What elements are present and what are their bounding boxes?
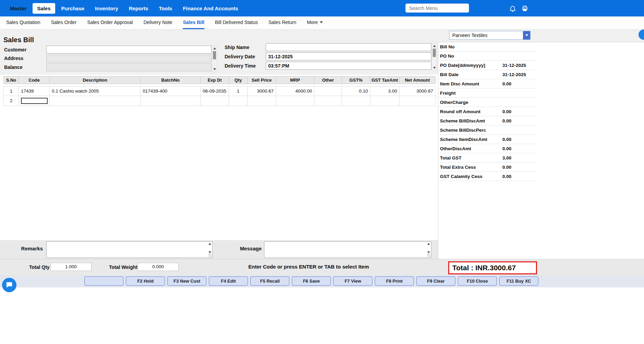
scrollbar-thumb[interactable] — [213, 51, 216, 59]
cell-mrp[interactable]: 4000.00 — [276, 86, 314, 96]
fn-button-blank[interactable] — [84, 276, 123, 286]
ship-name-input[interactable] — [266, 43, 431, 51]
cell-net-amount[interactable]: 3000.67 — [399, 86, 436, 96]
cell-sell-price[interactable] — [248, 96, 276, 106]
cell-code[interactable]: 17439 — [19, 86, 50, 96]
notifications-bell-icon[interactable] — [508, 4, 517, 13]
customer-block-scrollbar[interactable] — [212, 46, 217, 72]
summary-label: Scheme ItemDiscAmt — [438, 137, 502, 142]
cell-other[interactable] — [314, 86, 342, 96]
cell-exp-dt[interactable] — [201, 96, 229, 106]
company-select[interactable]: Parveen Textiles — [449, 31, 530, 40]
summary-value-scheme-itemdiscamt[interactable]: 0.00 — [502, 137, 537, 142]
scroll-up-icon[interactable] — [213, 47, 216, 49]
sub-nav-item-label: Sales Order — [51, 20, 77, 25]
fn-button-f9-clear[interactable]: F9 Clear — [416, 276, 455, 286]
fn-button-f4-edit[interactable]: F4 Edit — [209, 276, 248, 286]
summary-label: Scheme BillDiscPerc — [438, 128, 502, 133]
scroll-down-icon[interactable] — [427, 251, 430, 253]
message-textarea[interactable] — [264, 242, 431, 258]
cell-qty[interactable]: 1 — [229, 86, 248, 96]
delivery-time-input[interactable] — [266, 62, 431, 70]
sub-nav-item-delivery-note[interactable]: Delivery Note — [143, 16, 172, 29]
scroll-down-icon[interactable] — [208, 251, 211, 253]
ship-block-scrollbar[interactable] — [432, 43, 437, 71]
summary-value-total-gst[interactable]: 3.00 — [502, 155, 537, 161]
cell-s-no[interactable]: 2 — [3, 96, 19, 106]
chat-fab[interactable] — [2, 278, 16, 292]
summary-label: Round off Amount — [438, 109, 502, 114]
cell-exp-dt[interactable]: 06-09-2035 — [201, 86, 229, 96]
sub-nav-item-sales-order-approval[interactable]: Sales Order Approval — [87, 16, 133, 29]
scroll-up-icon[interactable] — [427, 243, 430, 245]
customer-input[interactable] — [46, 46, 212, 54]
customer-label: Customer — [4, 47, 26, 52]
fn-button-f8-print[interactable]: F8 Print — [375, 276, 414, 286]
remarks-textarea[interactable] — [47, 242, 212, 258]
fn-button-f3-new-cust[interactable]: F3 New Cust — [167, 276, 206, 286]
fn-button-f10-close[interactable]: F10 Close — [458, 276, 497, 286]
sub-nav-item-sales-return[interactable]: Sales Return — [269, 16, 296, 29]
summary-value-round-off-amount[interactable]: 0.00 — [502, 109, 537, 114]
fn-button-f6-save[interactable]: F6 Save — [292, 276, 331, 286]
summary-value-gst-calamity-cess[interactable]: 0.00 — [502, 174, 537, 179]
top-nav-item-reports[interactable]: Reports — [124, 3, 153, 14]
summary-value-bill-date[interactable]: 31-12-2025 — [502, 72, 537, 77]
summary-row-freight: Freight — [438, 88, 537, 98]
summary-value-item-disc-amount[interactable]: 0.00 — [502, 81, 537, 86]
scrollbar-thumb[interactable] — [433, 49, 436, 57]
summary-value-otherdiscamt[interactable]: 0.00 — [502, 146, 537, 151]
summary-row-bill-date: Bill Date31-12-2025 — [438, 70, 537, 79]
cell-description[interactable] — [50, 96, 141, 106]
chevron-down-icon[interactable] — [523, 31, 530, 39]
summary-value-scheme-billdiscamt[interactable]: 0.00 — [502, 118, 537, 123]
cell-mrp[interactable] — [276, 96, 314, 106]
top-nav-item-purchase[interactable]: Purchase — [57, 3, 89, 14]
sub-nav-item-bill-delivered-status[interactable]: Bill Delivered Status — [215, 16, 258, 29]
scroll-up-icon[interactable] — [433, 45, 436, 47]
scroll-down-icon[interactable] — [433, 67, 436, 69]
sub-nav-item-sales-bill[interactable]: Sales Bill — [183, 16, 204, 29]
delivery-date-input[interactable] — [266, 52, 431, 60]
top-nav-item-master[interactable]: Master — [5, 3, 31, 14]
function-button-bar: F2 HoldF3 New CustF4 EditF5 RecallF6 Sav… — [0, 275, 644, 287]
cell-other[interactable] — [314, 96, 342, 106]
fn-button-f11-buy-xc[interactable]: F11 Buy XC — [499, 276, 538, 286]
scroll-down-icon[interactable] — [213, 68, 216, 70]
summary-row-bill-no: Bill No — [438, 42, 537, 51]
summary-value-po-date-ddmmyyyy[interactable]: 31-12-2025 — [502, 63, 537, 68]
cell-description[interactable]: 0.1 Cashio watch 2005 — [50, 86, 141, 96]
print-icon[interactable] — [520, 4, 529, 13]
search-input[interactable] — [405, 3, 469, 13]
sub-nav-item-more[interactable]: More — [307, 16, 323, 29]
cell-gst-taxamt[interactable] — [370, 96, 399, 106]
cell-s-no[interactable]: 1 — [3, 86, 19, 96]
cell-batchno[interactable]: 017439-400 — [141, 86, 201, 96]
top-nav-item-finance-and-accounts[interactable]: Finance And Accounts — [178, 3, 242, 14]
address-label: Address — [4, 56, 23, 61]
resize-grip-icon[interactable] — [208, 254, 212, 257]
cell-batchno[interactable] — [141, 96, 201, 106]
cell-qty[interactable] — [229, 96, 248, 106]
cell-sell-price[interactable]: 3000.67 — [248, 86, 276, 96]
sub-nav-item-sales-order[interactable]: Sales Order — [51, 16, 77, 29]
top-nav-item-inventory[interactable]: Inventory — [91, 3, 123, 14]
top-nav-item-tools[interactable]: Tools — [154, 3, 177, 14]
top-menu-bar: MasterSalesPurchaseInventoryReportsTools… — [0, 0, 644, 16]
fn-button-f7-view[interactable]: F7 View — [333, 276, 372, 286]
cell-gst-taxamt[interactable]: 3.00 — [370, 86, 399, 96]
fn-button-f2-hold[interactable]: F2 Hold — [126, 276, 165, 286]
fn-button-f5-recall[interactable]: F5 Recall — [250, 276, 289, 286]
sub-nav-item-sales-quotation[interactable]: Sales Quotation — [6, 16, 40, 29]
cell-code[interactable] — [19, 96, 50, 106]
cell-gst[interactable] — [342, 96, 370, 106]
top-nav-item-sales[interactable]: Sales — [33, 3, 55, 14]
col-header-net-amount: Net Amount — [399, 76, 436, 84]
cell-gst[interactable]: 0.10 — [342, 86, 370, 96]
cell-net-amount[interactable] — [399, 96, 436, 106]
summary-value-total-extra-cess[interactable]: 0.00 — [502, 165, 537, 170]
code-entry-input[interactable] — [21, 98, 48, 104]
scroll-up-icon[interactable] — [208, 243, 211, 245]
resize-grip-icon[interactable] — [427, 254, 431, 257]
address-input — [46, 55, 212, 62]
